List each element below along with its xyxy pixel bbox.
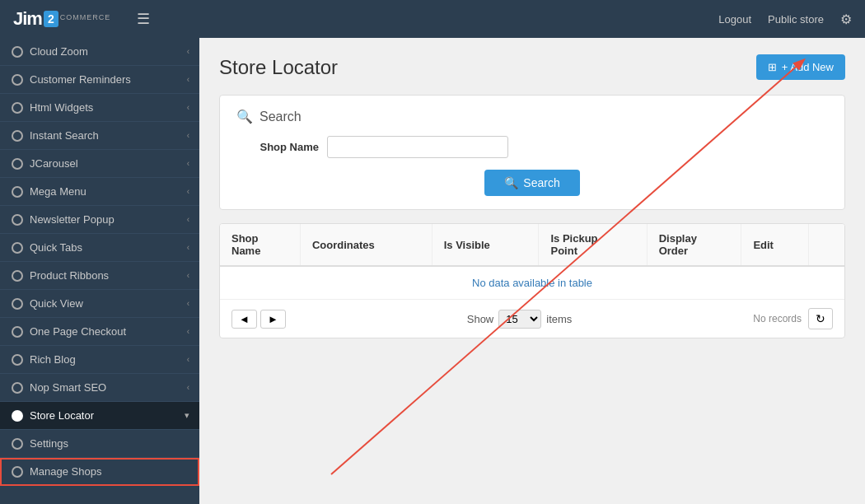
sidebar-item-settings[interactable]: Settings [0, 430, 199, 458]
table-body: No data available in table [220, 266, 844, 299]
sidebar-dot-jcarousel [12, 158, 23, 170]
shop-name-row: Shop Name [236, 136, 828, 158]
sidebar-item-mega-menu[interactable]: Mega Menu ‹ [0, 178, 199, 206]
sidebar-dot-nop-smart-seo [12, 382, 23, 394]
col-is-pickup-point: Is PickupPoint [539, 224, 647, 266]
settings-gear-icon[interactable]: ⚙ [840, 12, 852, 27]
pagination-next-button[interactable]: ► [260, 310, 286, 329]
col-display-order: DisplayOrder [647, 224, 741, 266]
sidebar-item-manage-shops[interactable]: Manage Shops [0, 458, 199, 486]
sidebar-dot-cloud-zoom [12, 46, 23, 58]
chevron-right-icon-8: ‹ [187, 243, 189, 252]
sidebar-label-customer-reminders: Customer Reminders [30, 73, 131, 86]
chevron-right-icon-4: ‹ [187, 131, 189, 140]
chevron-right-icon-6: ‹ [187, 187, 189, 196]
table-header-row: ShopName Coordinates Is Visible Is Picku… [220, 224, 844, 266]
sidebar-item-html-widgets[interactable]: Html Widgets ‹ [0, 94, 199, 122]
col-shop-name: ShopName [220, 224, 300, 266]
add-new-label: + Add New [782, 61, 834, 73]
search-panel-title: 🔍 Search [236, 109, 828, 124]
sidebar-item-nop-smart-seo[interactable]: Nop Smart SEO ‹ [0, 374, 199, 402]
sidebar-dot-customer-reminders [12, 74, 23, 86]
sidebar-dot-manage-shops [12, 466, 23, 478]
sidebar-item-customer-reminders[interactable]: Customer Reminders ‹ [0, 66, 199, 94]
chevron-right-icon-9: ‹ [187, 271, 189, 280]
search-magnifier-icon: 🔍 [236, 109, 253, 124]
hamburger-menu-icon[interactable]: ☰ [137, 10, 150, 28]
sidebar-label-quick-view: Quick View [30, 297, 83, 310]
page-title: Store Locator [219, 56, 338, 79]
sidebar-item-product-ribbons[interactable]: Product Ribbons ‹ [0, 262, 199, 290]
show-label: Show [467, 313, 494, 325]
sidebar-dot-quick-tabs [12, 242, 23, 254]
chevron-right-icon-13: ‹ [187, 383, 189, 392]
public-store-link[interactable]: Public store [768, 13, 824, 26]
sidebar-item-store-locator[interactable]: Store Locator ▾ [0, 402, 199, 430]
search-button-row: 🔍 Search [236, 170, 828, 196]
sidebar-label-nop-smart-seo: Nop Smart SEO [30, 381, 106, 394]
arrow-down-icon: ▾ [185, 410, 189, 421]
sidebar-dot-mega-menu [12, 186, 23, 198]
chevron-right-icon-11: ‹ [187, 327, 189, 336]
sidebar-item-cloud-zoom[interactable]: Cloud Zoom ‹ [0, 38, 199, 66]
items-label: items [546, 313, 572, 325]
chevron-right-icon-7: ‹ [187, 215, 189, 224]
sidebar-item-newsletter-popup[interactable]: Newsletter Popup ‹ [0, 206, 199, 234]
sidebar-label-rich-blog: Rich Blog [30, 353, 76, 366]
sidebar-dot-newsletter-popup [12, 214, 23, 226]
chevron-right-icon-10: ‹ [187, 299, 189, 308]
col-coordinates: Coordinates [300, 224, 432, 266]
sidebar-label-product-ribbons: Product Ribbons [30, 269, 109, 282]
show-items-control: Show 15 25 50 100 items [467, 310, 573, 329]
top-navigation: Jim 2 COMMERCE ☰ Logout Public store ⚙ [0, 0, 865, 38]
sidebar-item-instant-search[interactable]: Instant Search ‹ [0, 122, 199, 150]
logo: Jim 2 COMMERCE [13, 8, 110, 30]
pagination-controls: ◄ ► [231, 310, 286, 329]
sidebar-label-settings: Settings [30, 437, 68, 450]
main-layout: Cloud Zoom ‹ Customer Reminders ‹ Html W… [0, 38, 865, 504]
sidebar-label-newsletter-popup: Newsletter Popup [30, 213, 115, 226]
sidebar-dot-html-widgets [12, 102, 23, 114]
sidebar-label-manage-shops: Manage Shops [30, 465, 101, 478]
sidebar-label-instant-search: Instant Search [30, 129, 99, 142]
search-button[interactable]: 🔍 Search [484, 170, 579, 196]
refresh-button[interactable]: ↻ [808, 308, 833, 329]
pagination-prev-button[interactable]: ◄ [231, 310, 257, 329]
main-content: Store Locator ⊞ + Add New 🔍 Search Shop … [199, 38, 865, 504]
chevron-right-icon-2: ‹ [187, 75, 189, 84]
add-new-button[interactable]: ⊞ + Add New [756, 54, 845, 80]
sidebar-item-quick-view[interactable]: Quick View ‹ [0, 290, 199, 318]
no-records-area: No records ↻ [753, 308, 833, 329]
logo-jim: Jim [13, 8, 42, 30]
sidebar-dot-settings [12, 438, 23, 450]
items-per-page-select[interactable]: 15 25 50 100 [498, 310, 541, 329]
top-nav-left: Jim 2 COMMERCE ☰ [13, 8, 150, 30]
sidebar-item-quick-tabs[interactable]: Quick Tabs ‹ [0, 234, 199, 262]
shop-name-input[interactable] [327, 136, 508, 158]
sidebar-item-rich-blog[interactable]: Rich Blog ‹ [0, 346, 199, 374]
logout-link[interactable]: Logout [718, 13, 751, 26]
sidebar-dot-one-page-checkout [12, 326, 23, 338]
sidebar-item-jcarousel[interactable]: JCarousel ‹ [0, 150, 199, 178]
sidebar-label-store-locator: Store Locator [30, 409, 94, 422]
no-records-text: No records [753, 313, 802, 324]
sidebar-label-one-page-checkout: One Page Checkout [30, 325, 126, 338]
table-footer: ◄ ► Show 15 25 50 100 items No records ↻ [220, 299, 844, 338]
logo-commerce: COMMERCE [60, 13, 111, 21]
chevron-right-icon: ‹ [187, 47, 189, 56]
sidebar-label-mega-menu: Mega Menu [30, 185, 86, 198]
search-button-label: Search [523, 176, 559, 189]
plus-icon: ⊞ [768, 61, 777, 73]
col-is-visible: Is Visible [432, 224, 539, 266]
sidebar-label-quick-tabs: Quick Tabs [30, 241, 82, 254]
sidebar-dot-instant-search [12, 130, 23, 142]
logo-2: 2 [44, 11, 58, 27]
sidebar-label-cloud-zoom: Cloud Zoom [30, 45, 88, 58]
sidebar-item-one-page-checkout[interactable]: One Page Checkout ‹ [0, 318, 199, 346]
chevron-right-icon-12: ‹ [187, 355, 189, 364]
stores-table: ShopName Coordinates Is Visible Is Picku… [220, 224, 844, 299]
chevron-right-icon-3: ‹ [187, 103, 189, 112]
sidebar-dot-product-ribbons [12, 270, 23, 282]
sidebar-dot-rich-blog [12, 354, 23, 366]
no-data-message: No data available in table [472, 277, 592, 289]
